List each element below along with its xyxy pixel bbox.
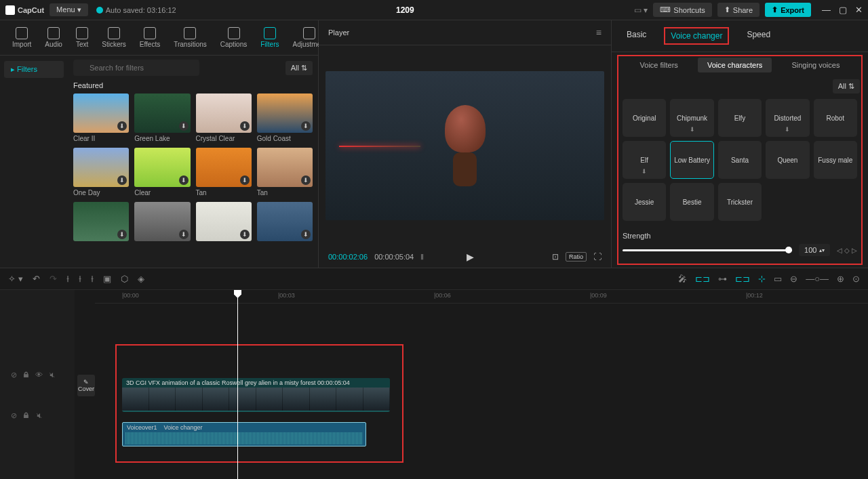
tool-tab-audio[interactable]: Audio <box>39 24 68 51</box>
undo-icon[interactable]: ↶ <box>33 274 40 284</box>
download-icon[interactable]: ⬇ <box>240 121 250 131</box>
zoom-fit-icon[interactable]: ⊙ <box>852 274 860 284</box>
voice-elf[interactable]: Elf⬇ <box>623 141 666 179</box>
redo-icon[interactable]: ↷ <box>50 274 57 284</box>
playhead[interactable] <box>237 290 238 479</box>
voice-distorted[interactable]: Distorted⬇ <box>766 99 809 137</box>
preview-axis-icon[interactable]: ⊹ <box>758 274 766 284</box>
video-clip[interactable]: 3D CGI VFX animation of a classic Roswel… <box>122 378 390 412</box>
voice-jessie[interactable]: Jessie <box>623 183 666 221</box>
download-icon[interactable]: ⬇ <box>301 230 311 239</box>
player-menu-icon[interactable]: ≡ <box>596 27 601 38</box>
voice-chipmunk[interactable]: Chipmunk⬇ <box>670 99 713 137</box>
filter-item[interactable]: ⬇Clear II <box>73 93 129 142</box>
tool-tab-import[interactable]: Import <box>7 24 37 51</box>
tool-tab-filters[interactable]: Filters <box>255 24 284 51</box>
magnet-icon[interactable]: ⊏⊐ <box>695 274 710 284</box>
ruler[interactable]: |00:00|00:03|00:06|00:09|00:12 <box>95 290 868 304</box>
split-left-icon[interactable]: ⫲ <box>79 274 81 285</box>
voice-bestie[interactable]: Bestie <box>670 183 713 221</box>
filter-item[interactable]: ⬇ <box>257 202 313 243</box>
download-icon[interactable]: ⬇ <box>117 230 127 239</box>
filter-item[interactable]: ⬇Gold Coast <box>257 93 313 142</box>
filter-item[interactable]: ⬇Tan <box>257 148 313 196</box>
shortcuts-button[interactable]: ⌨ Shortcuts <box>653 3 711 17</box>
filters-nav-item[interactable]: ▸ Filters <box>4 61 64 78</box>
split-icon[interactable]: ⫲ <box>66 274 69 285</box>
menu-button[interactable]: Menu ▾ <box>50 3 88 16</box>
audio-clip[interactable]: Voiceover1Voice changer <box>122 422 366 446</box>
right-tab-voice-changer[interactable]: Voice changer <box>664 27 729 45</box>
lock-icon[interactable]: ⊘ <box>11 371 17 379</box>
download-icon[interactable]: ⬇ <box>240 175 250 185</box>
maximize-icon[interactable]: ▢ <box>839 5 847 15</box>
download-icon[interactable]: ⬇ <box>117 175 127 185</box>
layout-icon[interactable]: ▭ ▾ <box>634 5 648 15</box>
download-icon[interactable]: ⬇ <box>240 230 250 239</box>
tool-tab-captions[interactable]: Captions <box>215 24 252 51</box>
tool-tab-text[interactable]: Text <box>71 24 94 51</box>
download-icon[interactable]: ⬇ <box>179 230 189 239</box>
sub-tab-voice-characters[interactable]: Voice characters <box>698 58 772 72</box>
share-button[interactable]: ⬆ Share <box>717 3 760 17</box>
adjust-icon[interactable]: ⦀ <box>420 252 424 262</box>
mic-icon[interactable]: 🎤︎ <box>678 274 687 284</box>
voice-elfy[interactable]: Elfy <box>718 99 762 137</box>
crop-icon[interactable]: ▣ <box>103 274 111 284</box>
shield-icon[interactable]: ⬡ <box>121 274 128 284</box>
download-icon[interactable]: ⬇ <box>179 175 189 185</box>
zoom-in-icon[interactable]: ⊕ <box>837 274 844 284</box>
right-tab-speed[interactable]: Speed <box>741 27 776 45</box>
sub-tab-singing-voices[interactable]: Singing voices <box>782 58 849 72</box>
comparison-icon[interactable]: ⊡ <box>552 252 559 262</box>
lock-icon[interactable]: ⊘ <box>11 411 17 420</box>
voice-original[interactable]: Original <box>623 99 666 137</box>
mute-icon[interactable]: 🔇︎ <box>48 371 56 379</box>
download-icon[interactable]: ⬇ <box>301 121 311 131</box>
voice-low-battery[interactable]: Low Battery <box>670 141 713 179</box>
snap-icon[interactable]: ⊏⊐ <box>735 274 750 284</box>
tool-tab-stickers[interactable]: Stickers <box>96 24 132 51</box>
tag-icon[interactable]: ◈ <box>138 274 144 284</box>
keyframe-icons[interactable]: ◁ ◇ ▷ <box>837 247 857 254</box>
right-tab-basic[interactable]: Basic <box>621 27 652 45</box>
filter-item[interactable]: ⬇One Day <box>73 148 129 196</box>
cover-button[interactable]: ✎Cover <box>77 375 95 396</box>
eye-icon[interactable]: 👁 <box>35 371 43 379</box>
voice-all-button[interactable]: All ⇅ <box>833 79 860 93</box>
split-right-icon[interactable]: ⫲ <box>91 274 94 285</box>
zoom-slider[interactable]: —○— <box>806 274 829 284</box>
timeline-tracks[interactable]: |00:00|00:03|00:06|00:09|00:12 3D CGI VF… <box>95 290 868 479</box>
strength-value[interactable]: 100▴▾ <box>799 244 830 256</box>
filter-item[interactable]: ⬇ <box>134 202 190 243</box>
all-filter-button[interactable]: All ⇅ <box>285 61 313 75</box>
lock2-icon[interactable]: 🔒︎ <box>22 411 30 419</box>
filter-item[interactable]: ⬇ <box>73 202 129 243</box>
voice-santa[interactable]: Santa <box>718 141 762 179</box>
strength-slider[interactable] <box>623 249 792 251</box>
voice-trickster[interactable]: Trickster <box>718 183 762 221</box>
close-icon[interactable]: ✕ <box>855 5 863 15</box>
zoom-out-icon[interactable]: ⊖ <box>790 274 797 284</box>
filter-item[interactable]: ⬇ <box>196 202 252 243</box>
search-input[interactable] <box>73 60 199 76</box>
download-icon[interactable]: ⬇ <box>301 175 311 185</box>
monitor-icon[interactable]: ▭ <box>774 274 782 284</box>
export-button[interactable]: ⬆ Export <box>765 3 811 17</box>
download-icon[interactable]: ⬇ <box>179 121 189 131</box>
voice-robot[interactable]: Robot <box>814 99 857 137</box>
play-button[interactable]: ▶ <box>467 251 474 262</box>
filter-item[interactable]: ⬇Crystal Clear <box>196 93 252 142</box>
download-icon[interactable]: ⬇ <box>117 121 127 131</box>
filter-item[interactable]: ⬇Tan <box>196 148 252 196</box>
fullscreen-icon[interactable]: ⛶ <box>593 252 601 262</box>
voice-queen[interactable]: Queen <box>766 141 809 179</box>
tool-tab-effects[interactable]: Effects <box>134 24 165 51</box>
lock2-icon[interactable]: 🔒︎ <box>22 371 30 379</box>
filter-item[interactable]: ⬇Green Lake <box>134 93 190 142</box>
slider-thumb[interactable] <box>785 247 792 253</box>
minimize-icon[interactable]: — <box>822 5 831 15</box>
tool-icon[interactable]: ✧ ▾ <box>8 274 23 284</box>
tool-tab-transitions[interactable]: Transitions <box>168 24 212 51</box>
sub-tab-voice-filters[interactable]: Voice filters <box>631 58 688 72</box>
